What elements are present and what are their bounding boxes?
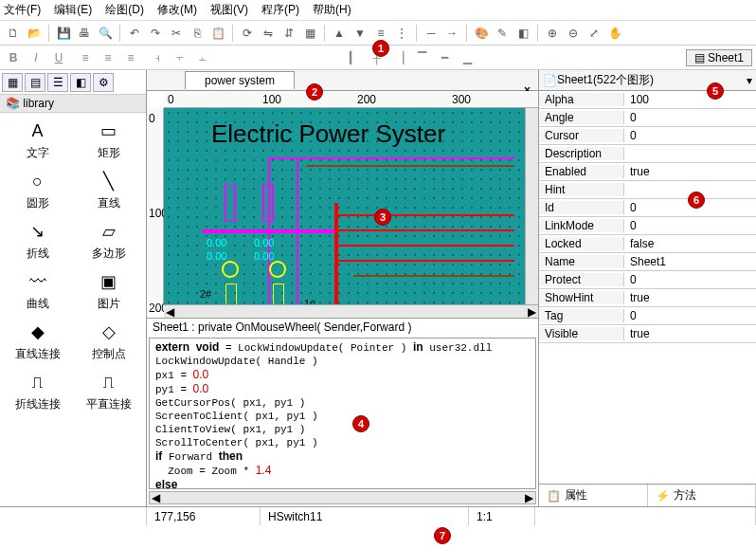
obj-align-l-icon[interactable]: ▎ bbox=[345, 48, 364, 67]
prop-row-LinkMode[interactable]: LinkMode0 bbox=[539, 217, 756, 235]
menu-edit[interactable]: 编辑(E) bbox=[54, 2, 92, 18]
pan-icon[interactable]: ✋ bbox=[605, 24, 624, 43]
preview-icon[interactable]: 🔍 bbox=[96, 24, 115, 43]
code-scroll-h[interactable]: ◀▶ bbox=[149, 491, 536, 504]
prop-value[interactable]: 0 bbox=[624, 129, 756, 142]
prop-value[interactable]: 100 bbox=[624, 93, 756, 106]
prop-row-Enabled[interactable]: Enabledtrue bbox=[539, 163, 756, 181]
canvas-scroll-v[interactable] bbox=[525, 108, 538, 304]
sheet-selector[interactable]: ▤ Sheet1 bbox=[686, 49, 752, 66]
shadow-icon[interactable]: ◧ bbox=[513, 24, 532, 43]
menu-view[interactable]: 视图(V) bbox=[210, 2, 248, 18]
lib-btn-4[interactable]: ◧ bbox=[70, 73, 91, 92]
obj-align-m-icon[interactable]: ━ bbox=[436, 48, 455, 67]
fill-icon[interactable]: 🎨 bbox=[472, 24, 491, 43]
send-back-icon[interactable]: ▼ bbox=[351, 24, 369, 43]
copy-icon[interactable]: ⎘ bbox=[188, 24, 207, 43]
menu-draw[interactable]: 绘图(D) bbox=[105, 2, 144, 18]
tab-properties[interactable]: 📋 属性 bbox=[539, 485, 648, 506]
lib-btn-2[interactable]: ▤ bbox=[25, 73, 45, 92]
italic-icon[interactable]: I bbox=[27, 48, 45, 67]
prop-row-ShowHint[interactable]: ShowHinttrue bbox=[539, 289, 756, 307]
arrow-icon[interactable]: → bbox=[442, 24, 461, 43]
distrib-icon[interactable]: ⋮ bbox=[392, 24, 411, 43]
prop-value[interactable]: false bbox=[624, 237, 756, 250]
align-right-icon[interactable]: ≡ bbox=[121, 48, 140, 67]
palette-直线连接[interactable]: ◆直线连接 bbox=[9, 320, 66, 362]
prop-value[interactable]: 0 bbox=[624, 273, 756, 286]
palette-多边形[interactable]: ▱多边形 bbox=[81, 219, 137, 262]
palette-折线[interactable]: ↘折线 bbox=[9, 219, 66, 262]
prop-value[interactable]: true bbox=[624, 291, 756, 304]
paste-icon[interactable]: 📋 bbox=[208, 24, 227, 43]
obj-align-r-icon[interactable]: ▕ bbox=[390, 48, 409, 67]
palette-平直连接[interactable]: ⎍平直连接 bbox=[81, 370, 137, 412]
menu-modify[interactable]: 修改(M) bbox=[157, 2, 197, 18]
open-icon[interactable]: 📂 bbox=[25, 24, 44, 43]
palette-label: 文字 bbox=[9, 145, 66, 161]
prop-row-Angle[interactable]: Angle0 bbox=[539, 109, 756, 127]
prop-row-Protect[interactable]: Protect0 bbox=[539, 271, 756, 289]
redo-icon[interactable]: ↷ bbox=[146, 24, 165, 43]
prop-value[interactable]: 0 bbox=[624, 309, 756, 322]
obj-align-t-icon[interactable]: ▔ bbox=[413, 48, 432, 67]
palette-折线连接[interactable]: ⎍折线连接 bbox=[9, 370, 66, 412]
tab-power-system[interactable]: power system bbox=[185, 71, 295, 89]
code-editor[interactable]: extern void = LockWindowUpdate( Pointer … bbox=[149, 338, 536, 489]
palette-控制点[interactable]: ◇控制点 bbox=[81, 320, 137, 362]
palette-直线[interactable]: ╲直线 bbox=[81, 169, 137, 211]
palette-图片[interactable]: ▣图片 bbox=[81, 269, 137, 312]
prop-value[interactable]: Sheet1 bbox=[624, 255, 756, 268]
prop-row-Description[interactable]: Description bbox=[539, 145, 756, 163]
zoom-in-icon[interactable]: ⊕ bbox=[543, 24, 562, 43]
bold-icon[interactable]: B bbox=[4, 48, 23, 67]
prop-row-Locked[interactable]: Lockedfalse bbox=[539, 235, 756, 253]
cut-icon[interactable]: ✂ bbox=[167, 24, 186, 43]
align-center-icon[interactable]: ≡ bbox=[99, 48, 117, 67]
prop-row-Alpha[interactable]: Alpha100 bbox=[539, 91, 756, 109]
lib-btn-1[interactable]: ▦ bbox=[2, 73, 23, 92]
prop-row-Id[interactable]: Id0 bbox=[539, 199, 756, 217]
menu-file[interactable]: 文件(F) bbox=[4, 2, 41, 18]
lib-btn-3[interactable]: ☰ bbox=[47, 73, 68, 92]
palette-圆形[interactable]: ○圆形 bbox=[9, 169, 66, 211]
prop-value[interactable]: true bbox=[624, 165, 756, 178]
prop-row-Visible[interactable]: Visibletrue bbox=[539, 325, 756, 343]
menu-help[interactable]: 帮助(H) bbox=[313, 2, 351, 18]
undo-icon[interactable]: ↶ bbox=[125, 24, 144, 43]
rotate-icon[interactable]: ⟳ bbox=[238, 24, 257, 43]
bring-front-icon[interactable]: ▲ bbox=[330, 24, 349, 43]
prop-value[interactable]: true bbox=[624, 327, 756, 340]
save-icon[interactable]: 💾 bbox=[54, 24, 73, 43]
dropdown-icon[interactable]: ▾ bbox=[747, 74, 752, 87]
prop-value[interactable]: 0 bbox=[624, 111, 756, 124]
align-top-icon[interactable]: ⫞ bbox=[148, 48, 167, 67]
lib-btn-5[interactable]: ⚙ bbox=[93, 73, 114, 92]
new-icon[interactable]: 🗋 bbox=[4, 24, 23, 43]
prop-row-Cursor[interactable]: Cursor0 bbox=[539, 127, 756, 145]
align-left-icon[interactable]: ≡ bbox=[76, 48, 95, 67]
prop-value[interactable]: 0 bbox=[624, 219, 756, 232]
align-mid-icon[interactable]: ⫟ bbox=[171, 48, 189, 67]
prop-row-Tag[interactable]: Tag0 bbox=[539, 307, 756, 325]
align-bot-icon[interactable]: ⫠ bbox=[193, 48, 212, 67]
flip-v-icon[interactable]: ⇵ bbox=[279, 24, 298, 43]
canvas-scroll-h[interactable]: ◀▶ bbox=[164, 304, 538, 318]
palette-曲线[interactable]: 〰曲线 bbox=[9, 269, 66, 312]
line-icon[interactable]: ─ bbox=[422, 24, 441, 43]
flip-h-icon[interactable]: ⇋ bbox=[259, 24, 278, 43]
tab-methods[interactable]: ⚡ 方法 bbox=[648, 485, 757, 506]
prop-row-Name[interactable]: NameSheet1 bbox=[539, 253, 756, 271]
drawing-canvas[interactable]: Electric Power Syster bbox=[164, 108, 525, 304]
palette-文字[interactable]: A文字 bbox=[9, 119, 66, 161]
group-icon[interactable]: ▦ bbox=[300, 24, 319, 43]
obj-align-b-icon[interactable]: ▁ bbox=[459, 48, 477, 67]
menu-program[interactable]: 程序(P) bbox=[261, 2, 299, 18]
palette-矩形[interactable]: ▭矩形 bbox=[81, 119, 137, 161]
stroke-icon[interactable]: ✎ bbox=[493, 24, 512, 43]
underline-icon[interactable]: U bbox=[49, 48, 68, 67]
print-icon[interactable]: 🖶 bbox=[75, 24, 94, 43]
prop-row-Hint[interactable]: Hint bbox=[539, 181, 756, 199]
zoom-out-icon[interactable]: ⊖ bbox=[564, 24, 583, 43]
zoom-fit-icon[interactable]: ⤢ bbox=[585, 24, 603, 43]
